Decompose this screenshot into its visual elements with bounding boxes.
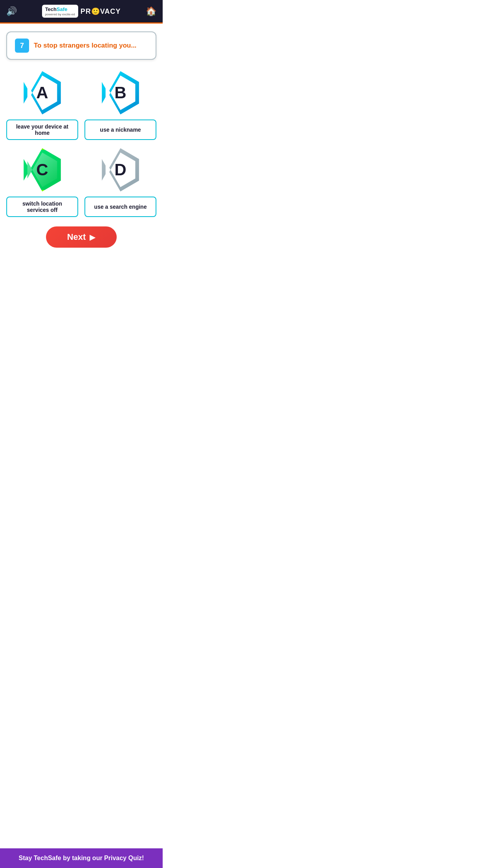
next-button[interactable]: Next ▶ <box>46 226 117 248</box>
logo-safe: Safe <box>57 6 67 12</box>
app-header: 🔊 TechSafe powered by excite-ed PR🙂VACY … <box>0 0 163 24</box>
answer-d-label: use a search engine <box>84 197 156 217</box>
logo-tech: Tech <box>45 6 57 12</box>
answer-b[interactable]: B use a nickname <box>84 69 156 140</box>
privacy-label: PR🙂VACY <box>81 7 121 16</box>
hex-a-letter: A <box>36 83 48 102</box>
hex-c-wrapper[interactable]: C <box>19 146 66 193</box>
next-button-label: Next <box>67 232 86 242</box>
answer-c-label: switch location services off <box>6 197 78 217</box>
hex-b-letter: B <box>114 83 126 102</box>
hex-d-letter: D <box>114 160 126 179</box>
logo-container: TechSafe powered by excite-ed PR🙂VACY <box>42 5 121 18</box>
home-icon[interactable]: 🏠 <box>146 6 156 17</box>
main-content: 7 To stop strangers locating you... A le… <box>0 24 163 289</box>
answer-b-label: use a nickname <box>84 120 156 140</box>
answer-a-label: leave your device at home <box>6 120 78 140</box>
answer-d[interactable]: D use a search engine <box>84 146 156 217</box>
logo-powered: powered by excite-ed <box>45 13 75 17</box>
hex-c-letter: C <box>36 160 48 179</box>
answer-a[interactable]: A leave your device at home <box>6 69 78 140</box>
hex-d-wrapper[interactable]: D <box>97 146 144 193</box>
techsafe-logo: TechSafe powered by excite-ed <box>42 5 78 18</box>
question-number: 7 <box>15 39 29 53</box>
next-button-arrow: ▶ <box>90 232 95 242</box>
question-card: 7 To stop strangers locating you... <box>6 31 156 60</box>
hex-b-wrapper[interactable]: B <box>97 69 144 116</box>
question-text: To stop strangers locating you... <box>34 42 136 50</box>
hex-a-wrapper[interactable]: A <box>19 69 66 116</box>
answer-grid: A leave your device at home B use a nick… <box>6 69 156 217</box>
sound-icon[interactable]: 🔊 <box>6 6 17 17</box>
answer-c[interactable]: C switch location services off <box>6 146 78 217</box>
